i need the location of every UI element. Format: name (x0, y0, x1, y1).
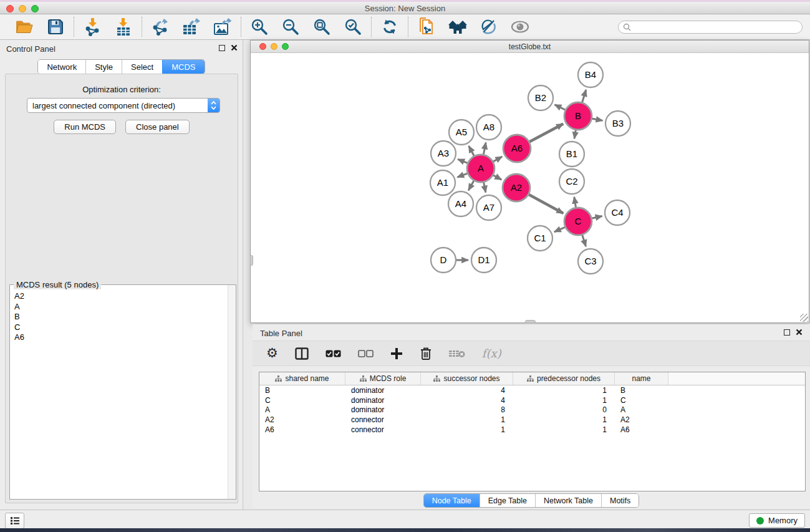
graph-node-C[interactable]: C (564, 208, 592, 235)
zoom-out-icon[interactable] (280, 17, 301, 37)
refresh-icon[interactable] (379, 17, 400, 37)
mcds-result-item[interactable]: A6 (14, 332, 223, 343)
zoom-in-icon[interactable] (249, 17, 270, 37)
tab-select[interactable]: Select (122, 60, 162, 74)
tab-style[interactable]: Style (85, 60, 122, 74)
add-column-icon[interactable] (390, 344, 403, 363)
table-cell-name[interactable]: A (615, 405, 668, 414)
table-cell-name[interactable]: A6 (615, 425, 668, 434)
table-cell-shared-name[interactable]: B (259, 386, 345, 395)
edge-C-C1[interactable] (554, 227, 565, 232)
table-settings-gear-icon[interactable]: ⚙ (266, 344, 278, 363)
tab-node-table[interactable]: Node Table (424, 494, 480, 507)
zoom-selected-icon[interactable] (342, 17, 364, 37)
search-input[interactable] (618, 21, 803, 34)
table-row[interactable]: Cdominator41C (259, 395, 805, 405)
edge-B-B1[interactable] (574, 130, 576, 139)
mcds-result-item[interactable]: B (14, 312, 223, 322)
hidden-panel-grip[interactable] (525, 320, 536, 323)
show-graphics-details-icon[interactable] (478, 17, 499, 37)
close-panel-button[interactable]: Close panel (125, 120, 190, 134)
graph-node-D[interactable]: D (431, 248, 456, 273)
mcds-result-item[interactable]: C (14, 322, 223, 333)
edge-C-C3[interactable] (582, 235, 586, 246)
export-network-icon[interactable] (150, 17, 171, 37)
table-cell-shared-name[interactable]: A2 (259, 415, 345, 424)
edge-C-C2[interactable] (574, 197, 576, 208)
export-table-icon[interactable] (181, 17, 202, 37)
graph-node-A4[interactable]: A4 (448, 191, 473, 216)
table-cell-predecessor-nodes[interactable]: 1 (513, 396, 615, 405)
column-header-successor-nodes[interactable]: successor nodes (421, 372, 513, 385)
table-cell-mcds-role[interactable]: dominator (345, 405, 421, 414)
edge-A-A1[interactable] (457, 173, 467, 177)
table-cell-name[interactable]: B (615, 386, 668, 395)
zoom-fit-icon[interactable] (311, 17, 332, 37)
criterion-dropdown[interactable]: largest connected component (directed) (27, 98, 220, 113)
tab-edge-table[interactable]: Edge Table (480, 494, 535, 507)
table-cell-successor-nodes[interactable]: 1 (421, 415, 513, 424)
float-panel-icon[interactable] (219, 45, 225, 51)
table-cell-predecessor-nodes[interactable]: 1 (513, 415, 615, 424)
tab-mcds[interactable]: MCDS (162, 60, 204, 74)
table-cell-shared-name[interactable]: C (259, 396, 345, 405)
graph-node-B2[interactable]: B2 (528, 85, 553, 110)
graph-node-C2[interactable]: C2 (559, 169, 584, 194)
resize-grip[interactable] (800, 314, 808, 322)
column-layout-icon[interactable] (295, 344, 309, 363)
column-header-mcds-role[interactable]: MCDS role (345, 372, 421, 385)
memory-button[interactable]: Memory (749, 513, 805, 528)
table-row[interactable]: Bdominator41B (259, 385, 805, 395)
graph-node-B1[interactable]: B1 (559, 142, 584, 167)
table-cell-successor-nodes[interactable]: 8 (421, 405, 513, 414)
edge-A-A5[interactable] (469, 146, 474, 156)
import-network-icon[interactable] (82, 17, 103, 37)
result-scrollbar[interactable] (228, 285, 236, 499)
graph-node-A6[interactable]: A6 (503, 135, 531, 162)
task-history-button[interactable] (5, 513, 24, 529)
edge-A-A7[interactable] (484, 183, 486, 193)
graph-node-B3[interactable]: B3 (605, 111, 630, 136)
edge-A2-C[interactable] (529, 195, 563, 213)
table-row[interactable]: A2connector11A2 (259, 415, 805, 425)
table-cell-predecessor-nodes[interactable]: 0 (513, 405, 615, 414)
table-cell-predecessor-nodes[interactable]: 1 (513, 425, 615, 434)
graph-node-A3[interactable]: A3 (431, 141, 456, 166)
window-titlebar[interactable]: Session: New Session (0, 2, 810, 14)
close-panel-icon[interactable] (231, 44, 238, 51)
graph-node-A7[interactable]: A7 (476, 195, 501, 220)
table-cell-mcds-role[interactable]: connector (345, 415, 421, 424)
graph-node-C4[interactable]: C4 (605, 200, 630, 225)
edge-B-B4[interactable] (582, 90, 586, 102)
tab-network-table[interactable]: Network Table (535, 494, 601, 507)
table-row[interactable]: A6connector11A6 (259, 425, 805, 435)
table-row[interactable]: Adominator80A (259, 405, 805, 415)
table-cell-mcds-role[interactable]: dominator (345, 396, 421, 405)
save-session-icon[interactable] (45, 17, 66, 37)
table-cell-shared-name[interactable]: A (259, 405, 345, 414)
graph-node-A[interactable]: A (467, 155, 494, 182)
graph-node-C3[interactable]: C3 (578, 249, 603, 274)
network-from-selection-icon[interactable] (416, 17, 437, 37)
graph-node-A2[interactable]: A2 (503, 174, 530, 201)
float-table-panel-icon[interactable] (784, 329, 790, 336)
eye-icon[interactable] (509, 17, 531, 37)
table-cell-name[interactable]: A2 (615, 415, 668, 424)
edge-A6-B[interactable] (529, 124, 563, 142)
home-icon[interactable] (447, 17, 468, 37)
edge-A-A8[interactable] (483, 143, 486, 155)
tab-network[interactable]: Network (38, 60, 85, 74)
graph-node-B4[interactable]: B4 (578, 62, 603, 87)
graph-node-B[interactable]: B (564, 102, 592, 130)
table-cell-mcds-role[interactable]: connector (345, 425, 421, 434)
column-header-shared-name[interactable]: shared name (259, 372, 345, 385)
mcds-result-item[interactable]: A2 (14, 291, 223, 302)
graph-node-A8[interactable]: A8 (476, 115, 501, 140)
run-mcds-button[interactable]: Run MCDS (54, 120, 116, 134)
select-all-columns-icon[interactable] (325, 344, 341, 363)
edge-A-A3[interactable] (458, 159, 467, 163)
mcds-result-item[interactable]: A (14, 302, 223, 312)
open-file-icon[interactable] (14, 17, 35, 37)
delete-column-trash-icon[interactable] (420, 344, 432, 363)
network-window-titlebar[interactable]: testGlobe.txt (251, 41, 809, 53)
